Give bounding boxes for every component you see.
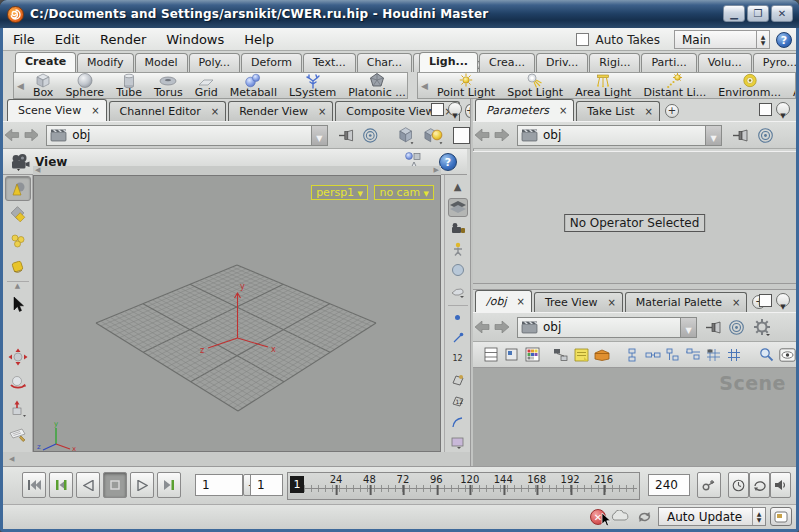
close-tab-icon[interactable] (644, 107, 652, 117)
shade-prims-icon[interactable] (448, 370, 468, 389)
pin-icon[interactable] (705, 321, 722, 334)
show-points-icon[interactable] (448, 308, 468, 327)
menu-help[interactable]: Help (234, 32, 284, 47)
menu-file[interactable]: File (3, 32, 45, 47)
pane-menu-icon[interactable] (776, 293, 790, 307)
character-pose-icon[interactable] (448, 240, 468, 259)
shelf-tab-deform[interactable]: Deform (241, 53, 302, 72)
shelf-tab-model[interactable]: Model (135, 53, 188, 72)
close-button[interactable]: ✕ (771, 5, 793, 22)
shelf-tab-pyro[interactable]: Pyro... (753, 53, 796, 72)
tool-box[interactable]: Box (27, 73, 59, 98)
tab-tree-view[interactable]: Tree View (534, 292, 623, 312)
pane-menu-icon[interactable] (776, 102, 790, 116)
shelf-tab-create[interactable]: Create (15, 52, 76, 72)
update-mode-spinner[interactable]: ▲▼ (752, 508, 765, 525)
frame-step-field[interactable]: 1 (250, 474, 283, 496)
visibility-eye-icon[interactable] (779, 346, 796, 364)
tool-spot-light[interactable]: Spot Light (501, 73, 569, 98)
menu-windows[interactable]: Windows (156, 32, 234, 47)
take-selector[interactable]: Main ▲▼ (674, 30, 770, 49)
shelf-tab-drive[interactable]: Driv... (536, 53, 588, 72)
select-mode-shaders-button[interactable] (5, 254, 31, 279)
radial-menu-icon[interactable] (757, 127, 774, 144)
display-options-icon[interactable] (448, 198, 468, 217)
maximize-pane-icon[interactable] (759, 294, 772, 307)
recook-icon[interactable] (634, 508, 654, 526)
viewport-camera-menu[interactable]: persp1 ▼ (311, 185, 368, 200)
close-tab-icon[interactable] (732, 298, 740, 308)
snapshot-icon[interactable] (448, 261, 468, 280)
view-tool-button[interactable] (5, 344, 31, 369)
back-arrow-icon[interactable] (5, 129, 20, 141)
tab-take-list[interactable]: Take List (576, 101, 660, 121)
tool-environment-light[interactable]: Environm... (712, 73, 787, 98)
display-mode-icon[interactable] (483, 346, 499, 364)
path-field[interactable]: obj (517, 317, 697, 338)
select-tool-button[interactable] (5, 292, 31, 317)
play-button[interactable] (130, 472, 154, 498)
translate-tool-button[interactable] (5, 396, 31, 421)
thumbnail-view-icon[interactable] (503, 346, 519, 364)
snap-to-grid-icon[interactable] (706, 346, 722, 364)
distribute-nodes-icon[interactable] (685, 346, 701, 364)
select-mode-geometry-button[interactable] (5, 202, 31, 227)
close-tab-icon[interactable] (318, 107, 326, 117)
pane-menu-icon[interactable] (448, 102, 462, 116)
shelf-tab-texture[interactable]: Text... (303, 53, 356, 72)
connector-horizontal-icon[interactable] (644, 346, 660, 364)
start-frame-field[interactable]: 1 (195, 474, 243, 496)
loop-mode-button[interactable] (749, 472, 770, 498)
shelf-tab-character[interactable]: Char... (357, 53, 412, 72)
forward-arrow-icon[interactable] (494, 129, 509, 141)
update-mode-selector[interactable]: Auto Update ▲▼ (658, 507, 766, 526)
path-field[interactable]: obj (46, 125, 328, 146)
grid-toggle-icon[interactable] (726, 346, 742, 364)
tool-area-light[interactable]: Area Light (569, 73, 637, 98)
align-nodes-icon[interactable] (665, 346, 681, 364)
forward-arrow-icon[interactable] (24, 129, 39, 141)
jump-to-start-button[interactable] (22, 472, 46, 498)
prev-keyframe-button[interactable] (49, 472, 73, 498)
shelf-scroll-left-icon[interactable]: ◀ (14, 81, 27, 91)
network-canvas[interactable]: Scene (473, 368, 796, 466)
tab-scene-view[interactable]: Scene View (7, 99, 107, 121)
next-keyframe-button[interactable] (157, 472, 181, 498)
realtime-toggle-button[interactable] (728, 472, 749, 498)
play-reverse-button[interactable] (76, 472, 100, 498)
desktop-panel-icon[interactable] (770, 507, 792, 526)
show-point-normals-icon[interactable] (448, 328, 468, 347)
select-mode-dynamics-button[interactable] (5, 228, 31, 253)
shelf-scroll-left-icon[interactable]: ◀ (418, 81, 431, 91)
path-dropdown-icon[interactable] (680, 318, 696, 337)
sticky-note-icon[interactable] (573, 346, 589, 364)
stop-button[interactable] (103, 472, 127, 498)
pane-help-icon[interactable]: ? (439, 153, 457, 171)
maximize-pane-icon[interactable] (759, 103, 772, 116)
tab-material-palette[interactable]: Material Palette (625, 292, 748, 312)
shelf-tab-poly[interactable]: Poly... (189, 53, 240, 72)
show-profiles-icon[interactable] (448, 412, 468, 431)
find-node-icon[interactable] (759, 346, 775, 364)
audio-button[interactable] (770, 472, 791, 498)
radial-menu-icon[interactable] (728, 319, 745, 336)
tool-distant-light[interactable]: Distant Li... (637, 73, 712, 98)
pin-icon[interactable] (338, 129, 355, 142)
auto-takes-checkbox[interactable] (576, 33, 589, 46)
back-arrow-icon[interactable] (475, 321, 490, 333)
shelf-tab-lights[interactable]: Ligh... (419, 52, 478, 72)
tab-parameters[interactable]: Parameters (475, 99, 574, 121)
tool-ambient-light[interactable]: Ambient L... (787, 73, 796, 98)
color-palette-icon[interactable] (524, 346, 540, 364)
shelf-tab-modify[interactable]: Modify (77, 53, 133, 72)
horizontal-splitter[interactable] (473, 283, 796, 290)
tool-metaball[interactable]: Metaball (224, 73, 283, 98)
path-field[interactable]: obj (517, 125, 722, 146)
end-frame-field[interactable]: 240 (648, 474, 690, 496)
edit-notes-tool-button[interactable] (5, 422, 31, 447)
shelf-tab-volume[interactable]: Volu... (698, 53, 752, 72)
maximize-button[interactable]: ❐ (747, 5, 769, 22)
menu-edit[interactable]: Edit (45, 32, 90, 47)
shelf-tab-rigid[interactable]: Rigi... (589, 53, 640, 72)
shading-mode-icon[interactable] (395, 125, 416, 145)
